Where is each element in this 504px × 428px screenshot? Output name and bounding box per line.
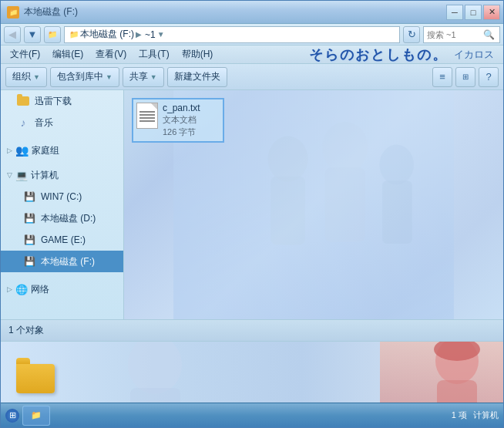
back-button[interactable]: ◀ [4, 26, 21, 43]
organize-button[interactable]: 组织 ▼ [5, 67, 47, 87]
network-collapse-icon: ▷ [7, 285, 12, 293]
address-path[interactable]: 📁 本地磁盘 (F:) ▶ ~1 ▼ [64, 26, 400, 43]
titlebar-icon: 📁 [7, 6, 19, 19]
addressbar: ◀ ▼ 📁 📁 本地磁盘 (F:) ▶ ~1 ▼ ↻ 🔍 [1, 24, 503, 45]
e-drive-icon: 💾 [22, 234, 36, 246]
nav-label-e-drive: GAME (E:) [41, 234, 86, 245]
titlebar: 📁 本地磁盘 (F:) ─ □ ✕ [1, 1, 503, 24]
organize-arrow: ▼ [33, 73, 40, 81]
file-doc-icon [136, 103, 158, 129]
search-box[interactable]: 🔍 [423, 26, 500, 43]
nav-label-homegroup: 家庭组 [32, 144, 59, 157]
c-drive-icon: 💾 [22, 190, 36, 203]
include-library-button[interactable]: 包含到库中 ▼ [50, 67, 119, 87]
anime-title-text: そらのおとしもの。 [309, 45, 448, 64]
file-size: 126 字节 [163, 126, 220, 138]
minimize-button[interactable]: ─ [446, 5, 463, 20]
homegroup-icon: 👥 [15, 144, 29, 157]
computer-icon: 💻 [15, 170, 28, 181]
window-title: 本地磁盘 (F:) [24, 5, 78, 19]
search-input[interactable] [427, 30, 481, 39]
menu-help[interactable]: 帮助(H) [176, 46, 220, 62]
large-folder-icon [16, 364, 55, 395]
titlebar-left: 📁 本地磁盘 (F:) [7, 5, 78, 19]
window-controls: ─ □ ✕ [446, 5, 500, 20]
items-count-label: 1 项 [452, 409, 467, 421]
computer-label: 计算机 [473, 409, 499, 421]
nav-header-network[interactable]: ▷ 🌐 网络 [1, 278, 123, 300]
start-button[interactable]: ⊞ [5, 409, 19, 423]
taskbar-explorer-item[interactable]: 📁 [22, 406, 50, 426]
big-folder-shape [16, 364, 55, 393]
svg-rect-13 [130, 388, 180, 403]
nav-item-f-drive[interactable]: 💾 本地磁盘 (F:) [1, 251, 123, 272]
share-button[interactable]: 共享 ▼ [123, 67, 164, 87]
share-label: 共享 [129, 70, 148, 83]
refresh-button[interactable]: ↻ [403, 26, 420, 43]
file-type: 文本文档 [163, 114, 220, 126]
nav-pane: 迅雷下载 ♪ 音乐 ▷ 👥 家庭组 [1, 90, 124, 319]
taskbar-right: 1 项 计算机 [452, 409, 499, 421]
svg-rect-9 [437, 380, 477, 403]
new-folder-button[interactable]: 新建文件夹 [167, 67, 227, 87]
up-button[interactable]: 📁 [44, 26, 61, 43]
help-button[interactable]: ? [479, 67, 499, 87]
file-name: c_pan.txt [163, 103, 220, 113]
view-size-button[interactable]: ⊞ [455, 67, 475, 87]
file-info: c_pan.txt 文本文档 126 字节 [163, 103, 220, 138]
close-button[interactable]: ✕ [483, 5, 500, 20]
menu-edit[interactable]: 编辑(E) [46, 46, 89, 62]
explorer-window: 📁 本地磁盘 (F:) ─ □ ✕ ◀ ▼ 📁 📁 本地磁盘 (F:) ▶ ~1… [0, 0, 504, 428]
path-label-disk: 本地磁盘 (F:) [80, 28, 134, 41]
nav-item-music[interactable]: ♪ 音乐 [1, 112, 123, 133]
bottom-strip [1, 341, 503, 403]
folder-icon [16, 95, 30, 107]
statusbar: 1 个对象 [1, 319, 503, 341]
bottom-middle-anime [78, 342, 232, 403]
svg-rect-4 [325, 167, 365, 242]
svg-point-5 [379, 145, 414, 185]
nav-scroll-area[interactable]: 迅雷下载 ♪ 音乐 ▷ 👥 家庭组 [1, 90, 123, 319]
path-segment-root: 📁 本地磁盘 (F:) ▶ [69, 28, 142, 41]
search-icon: 🔍 [483, 29, 495, 40]
view-toggle-button[interactable]: ≡ [432, 67, 452, 87]
menu-tools[interactable]: 工具(T) [133, 46, 175, 62]
status-count: 1 个对象 [8, 324, 44, 337]
network-icon: 🌐 [15, 284, 28, 295]
share-arrow: ▼ [150, 73, 157, 81]
nav-header-computer[interactable]: ▽ 💻 计算机 [1, 164, 123, 186]
nav-label-music: 音乐 [35, 116, 53, 130]
homegroup-collapse-icon: ▷ [7, 147, 12, 154]
f-drive-icon: 💾 [22, 255, 36, 268]
nav-label-c-drive: WIN7 (C:) [41, 191, 82, 202]
forward-button[interactable]: ▼ [24, 26, 41, 43]
content-area: 迅雷下载 ♪ 音乐 ▷ 👥 家庭组 [1, 90, 503, 319]
nav-item-c-drive[interactable]: 💾 WIN7 (C:) [1, 186, 123, 207]
nav-item-downloads[interactable]: 迅雷下载 [1, 90, 123, 112]
nav-label-d-drive: 本地磁盘 (D:) [41, 212, 96, 225]
organize-label: 组织 [12, 70, 31, 83]
file-item-header: c_pan.txt 文本文档 126 字节 [136, 103, 220, 138]
file-item-c-pan[interactable]: c_pan.txt 文本文档 126 字节 [132, 98, 224, 143]
include-label: 包含到库中 [57, 70, 103, 83]
menubar: 文件(F) 编辑(E) 查看(V) 工具(T) 帮助(H) そらのおとしもの。 … [1, 45, 503, 64]
path-segment-sub: ~1 ▼ [145, 29, 165, 40]
maximize-button[interactable]: □ [465, 5, 482, 20]
computer-collapse-icon: ▽ [7, 171, 12, 179]
menu-view[interactable]: 查看(V) [89, 46, 133, 62]
nav-header-homegroup[interactable]: ▷ 👥 家庭组 [1, 140, 123, 161]
taskbar-item-label: 📁 [31, 410, 42, 420]
svg-rect-2 [270, 176, 305, 244]
nav-label-f-drive: 本地磁盘 (F:) [41, 255, 95, 268]
file-pane: c_pan.txt 文本文档 126 字节 [124, 90, 503, 319]
nav-item-d-drive[interactable]: 💾 本地磁盘 (D:) [1, 207, 123, 229]
taskbar: ⊞ 📁 1 项 计算机 [1, 403, 503, 427]
svg-rect-6 [382, 180, 412, 244]
nav-item-e-drive[interactable]: 💾 GAME (E:) [1, 229, 123, 251]
nav-label-downloads: 迅雷下载 [35, 95, 72, 108]
menu-file[interactable]: 文件(F) [4, 46, 46, 62]
anime-subtitle: イカロス [454, 48, 494, 62]
toolbar-right: ≡ ⊞ ? [432, 67, 499, 87]
include-arrow: ▼ [106, 73, 113, 81]
music-icon: ♪ [16, 116, 30, 129]
